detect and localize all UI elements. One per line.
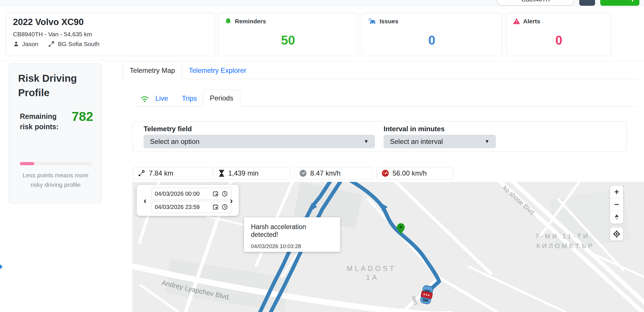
risk-caption: Less points means more risky driving pro… xyxy=(17,171,94,189)
event-popup-timestamp: 04/03/2026 10:03:28 xyxy=(251,243,333,250)
reminders-value: 50 xyxy=(218,33,358,47)
vehicle-title: 2022 Volvo XC90 xyxy=(13,17,208,27)
max-speed-value: 56.00 km/h xyxy=(393,169,427,177)
telemetry-field-value: Select an option xyxy=(150,138,199,146)
vehicle-location: BG Sofia South xyxy=(58,41,100,47)
vehicle-marker[interactable] xyxy=(420,285,434,305)
car-crash-icon xyxy=(368,18,377,25)
gauge-icon xyxy=(299,170,307,177)
pitch-toggle-button[interactable] xyxy=(610,211,623,224)
district-label-1a: 1A xyxy=(366,273,379,281)
warning-triangle-icon xyxy=(513,18,520,25)
section-divider xyxy=(0,61,644,61)
alerts-label: Alerts xyxy=(523,18,540,25)
interval-select[interactable]: Select an interval ▼ xyxy=(384,135,496,148)
tab-telemetry-explorer-label: Telemetry Explorer xyxy=(189,66,246,74)
map-zoom-controls: + − xyxy=(610,185,624,224)
calendar-icon[interactable] xyxy=(212,191,219,197)
subtab-trips-label: Trips xyxy=(182,94,197,102)
telemetry-field-label: Telemetry field xyxy=(144,125,192,133)
distance-pill: 7.84 km xyxy=(133,167,212,180)
reminders-card[interactable]: Reminders 50 xyxy=(218,13,358,56)
clock-icon[interactable] xyxy=(222,191,228,197)
subtab-live-label: Live xyxy=(155,94,168,102)
hourglass-icon xyxy=(218,170,225,177)
risk-profile-title: Risk Driving Profile xyxy=(18,71,90,100)
subtab-periods[interactable]: Periods xyxy=(203,90,240,107)
prev-period-button[interactable]: ‹ xyxy=(141,196,149,206)
route-icon xyxy=(138,170,145,177)
date-to-input[interactable]: 04/03/2026 23:59 xyxy=(151,201,232,213)
risk-points-value: 782 xyxy=(72,109,93,124)
risk-profile-card: Risk Driving Profile Remaining risk poin… xyxy=(9,63,102,203)
telemetry-field-select[interactable]: Select an option ▼ xyxy=(144,135,375,148)
avg-speed-pill: 8.47 km/h xyxy=(294,167,373,180)
wifi-icon xyxy=(140,95,149,103)
vehicle-subtitle: CB8940TH - Van - 54,635 km xyxy=(13,31,208,38)
avg-speed-value: 8.47 km/h xyxy=(310,169,340,177)
filter-panel: Telemetry field Select an option ▼ Inter… xyxy=(132,121,627,152)
person-icon xyxy=(13,41,19,47)
event-popup: Harsh acceleration detected! 04/03/2026 … xyxy=(244,217,340,252)
subtab-live[interactable]: Live xyxy=(155,94,168,102)
vehicle-card: 2022 Volvo XC90 CB8940TH - Van - 54,635 … xyxy=(6,13,215,56)
duration-value: 1,439 min xyxy=(228,169,258,177)
drawer-toggle-chevron[interactable] xyxy=(0,264,3,269)
gauge-icon-red xyxy=(382,170,389,177)
interval-label: Interval in minutes xyxy=(384,125,445,133)
tab-telemetry-map[interactable]: Telemetry Map xyxy=(123,62,182,79)
issues-value: 0 xyxy=(362,33,502,47)
event-popup-title: Harsh acceleration detected! xyxy=(251,223,333,239)
issues-label: Issues xyxy=(380,18,398,25)
max-speed-pill: 56.00 km/h xyxy=(377,167,453,180)
next-period-button[interactable]: › xyxy=(228,196,235,206)
issues-card[interactable]: Issues 0 xyxy=(361,13,502,56)
clock-icon[interactable] xyxy=(222,204,228,210)
zoom-in-button[interactable]: + xyxy=(610,186,623,198)
duration-pill: 1,439 min xyxy=(214,167,291,180)
bell-icon xyxy=(224,18,232,25)
date-from-value: 04/03/2026 00:00 xyxy=(155,191,209,197)
date-to-value: 04/03/2026 23:59 xyxy=(155,204,209,210)
locate-button[interactable] xyxy=(610,227,624,241)
area-label-line1: 7-МИ 11-ТИ xyxy=(535,233,590,240)
district-label-mladost: MLADOST xyxy=(347,265,396,273)
app-root: + 2022 Volvo XC90 CB8940TH - Van - 54,63… xyxy=(0,0,644,312)
chevron-down-icon: ▼ xyxy=(485,139,489,144)
tab-telemetry-map-label: Telemetry Map xyxy=(130,66,175,75)
pitch-arrows-icon xyxy=(613,214,620,221)
date-from-input[interactable]: 04/03/2026 00:00 xyxy=(151,188,232,200)
calendar-icon[interactable] xyxy=(212,204,219,210)
interval-value: Select an interval xyxy=(390,138,443,146)
subtab-trips[interactable]: Trips xyxy=(182,94,197,102)
risk-progress-fill xyxy=(20,162,34,165)
route-icon xyxy=(48,41,55,47)
telemetry-map[interactable]: MLADOST 1A 7-МИ 11-ТИ КИЛОМЕТЪР ko shose… xyxy=(132,182,644,312)
subtab-periods-label: Periods xyxy=(210,94,233,102)
driver-name: Jason xyxy=(22,41,38,47)
risk-progress-track xyxy=(20,162,92,165)
risk-remaining-label: Remaining risk points: xyxy=(20,111,69,132)
search-input[interactable] xyxy=(496,0,575,6)
area-label-line2: КИЛОМЕТЪР xyxy=(536,242,595,250)
zoom-out-button[interactable]: − xyxy=(610,198,623,211)
main-tabline xyxy=(123,79,638,79)
chevron-down-icon: ▼ xyxy=(364,139,369,144)
locate-target-icon xyxy=(613,230,621,238)
dark-action-button[interactable] xyxy=(579,0,595,6)
add-button[interactable]: + xyxy=(600,0,639,6)
tab-telemetry-explorer[interactable]: Telemetry Explorer xyxy=(189,66,246,75)
alerts-card[interactable]: Alerts 0 xyxy=(506,13,611,56)
alerts-value: 0 xyxy=(506,33,611,47)
distance-value: 7.84 km xyxy=(149,169,173,177)
date-range-control: ‹ 04/03/2026 00:00 04/03/2026 23:59 xyxy=(137,185,239,216)
reminders-label: Reminders xyxy=(235,18,266,25)
